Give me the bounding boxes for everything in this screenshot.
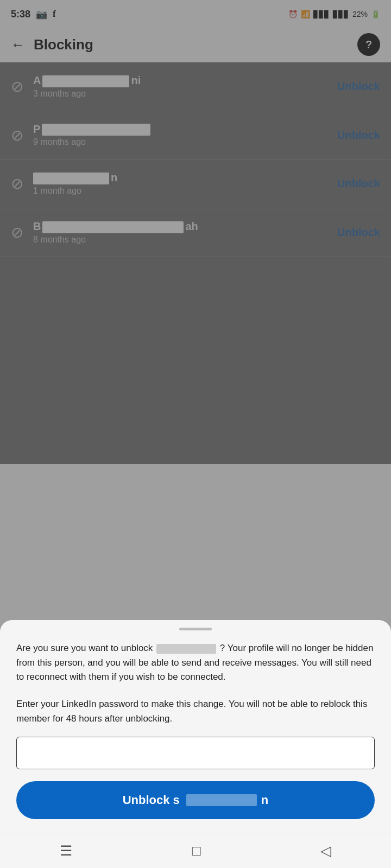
sheet-handle — [179, 628, 212, 630]
menu-nav-icon[interactable]: ☰ — [60, 843, 72, 859]
redacted-name-inline — [156, 644, 216, 654]
unblock-submit-button[interactable]: Unblock s n — [16, 781, 375, 819]
back-nav-icon[interactable]: ◁ — [320, 843, 331, 859]
confirm-text: Are you sure you want to unblock ? Your … — [16, 641, 375, 684]
bottom-sheet: Are you sure you want to unblock ? Your … — [0, 620, 391, 868]
btn-name-redacted — [186, 794, 257, 806]
password-prompt-text: Enter your LinkedIn password to make thi… — [16, 697, 375, 726]
sheet-content: Are you sure you want to unblock ? Your … — [0, 641, 391, 819]
bottom-nav: ☰ □ ◁ — [0, 833, 391, 868]
password-input[interactable] — [16, 737, 375, 769]
home-nav-icon[interactable]: □ — [192, 843, 201, 859]
